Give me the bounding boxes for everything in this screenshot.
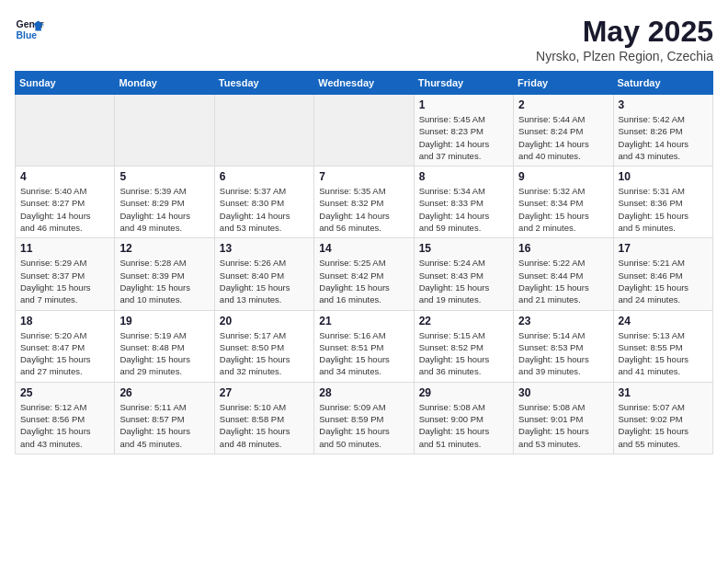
calendar-cell: 13Sunrise: 5:26 AM Sunset: 8:40 PM Dayli… (214, 238, 313, 310)
calendar-cell: 17Sunrise: 5:21 AM Sunset: 8:46 PM Dayli… (613, 238, 712, 310)
calendar-cell: 10Sunrise: 5:31 AM Sunset: 8:36 PM Dayli… (613, 167, 712, 238)
day-info: Sunrise: 5:15 AM Sunset: 8:52 PM Dayligh… (419, 329, 508, 378)
day-info: Sunrise: 5:19 AM Sunset: 8:48 PM Dayligh… (119, 329, 209, 378)
calendar-cell: 11Sunrise: 5:29 AM Sunset: 8:37 PM Dayli… (16, 238, 115, 310)
header: General Blue May 2025 Nyrsko, Plzen Regi… (15, 15, 713, 63)
day-info: Sunrise: 5:08 AM Sunset: 9:00 PM Dayligh… (419, 401, 508, 450)
day-number: 11 (20, 242, 109, 255)
day-info: Sunrise: 5:34 AM Sunset: 8:33 PM Dayligh… (419, 185, 508, 234)
day-number: 5 (119, 170, 209, 183)
day-info: Sunrise: 5:10 AM Sunset: 8:58 PM Dayligh… (220, 401, 309, 450)
calendar-cell: 29Sunrise: 5:08 AM Sunset: 9:00 PM Dayli… (414, 382, 513, 454)
weekday-header-sunday: Sunday (16, 72, 115, 95)
day-info: Sunrise: 5:16 AM Sunset: 8:51 PM Dayligh… (319, 329, 408, 378)
week-row-2: 4Sunrise: 5:40 AM Sunset: 8:27 PM Daylig… (16, 167, 713, 238)
day-info: Sunrise: 5:17 AM Sunset: 8:50 PM Dayligh… (220, 329, 309, 378)
day-number: 26 (119, 386, 209, 399)
day-number: 30 (518, 386, 608, 399)
day-number: 15 (419, 242, 508, 255)
day-info: Sunrise: 5:21 AM Sunset: 8:46 PM Dayligh… (619, 257, 708, 305)
calendar-cell: 15Sunrise: 5:24 AM Sunset: 8:43 PM Dayli… (414, 238, 513, 310)
calendar-cell (115, 95, 214, 167)
day-number: 17 (619, 242, 708, 255)
day-info: Sunrise: 5:26 AM Sunset: 8:40 PM Dayligh… (220, 257, 309, 305)
calendar-cell: 18Sunrise: 5:20 AM Sunset: 8:47 PM Dayli… (16, 310, 115, 382)
title-area: May 2025 Nyrsko, Plzen Region, Czechia (536, 15, 713, 63)
day-number: 13 (220, 242, 309, 255)
day-number: 4 (20, 170, 109, 183)
day-info: Sunrise: 5:35 AM Sunset: 8:32 PM Dayligh… (319, 185, 408, 234)
day-info: Sunrise: 5:24 AM Sunset: 8:43 PM Dayligh… (419, 257, 508, 305)
day-info: Sunrise: 5:25 AM Sunset: 8:42 PM Dayligh… (319, 257, 408, 305)
svg-text:Blue: Blue (17, 30, 38, 40)
day-info: Sunrise: 5:44 AM Sunset: 8:24 PM Dayligh… (518, 113, 608, 162)
day-number: 18 (20, 315, 109, 327)
calendar-cell: 28Sunrise: 5:09 AM Sunset: 8:59 PM Dayli… (314, 382, 414, 454)
weekday-header-friday: Friday (514, 72, 613, 95)
weekday-header-row: SundayMondayTuesdayWednesdayThursdayFrid… (16, 72, 713, 95)
calendar-cell: 21Sunrise: 5:16 AM Sunset: 8:51 PM Dayli… (314, 310, 414, 382)
day-number: 8 (419, 170, 508, 183)
day-info: Sunrise: 5:31 AM Sunset: 8:36 PM Dayligh… (619, 185, 708, 234)
day-number: 19 (119, 315, 209, 327)
calendar-cell (16, 95, 115, 167)
calendar-cell: 20Sunrise: 5:17 AM Sunset: 8:50 PM Dayli… (214, 310, 313, 382)
day-info: Sunrise: 5:42 AM Sunset: 8:26 PM Dayligh… (619, 113, 708, 162)
day-number: 21 (319, 315, 408, 327)
day-number: 20 (220, 315, 309, 327)
calendar-cell: 30Sunrise: 5:08 AM Sunset: 9:01 PM Dayli… (514, 382, 613, 454)
day-info: Sunrise: 5:07 AM Sunset: 9:02 PM Dayligh… (619, 401, 708, 450)
day-info: Sunrise: 5:28 AM Sunset: 8:39 PM Dayligh… (119, 257, 209, 305)
calendar-cell (214, 95, 313, 167)
day-info: Sunrise: 5:29 AM Sunset: 8:37 PM Dayligh… (20, 257, 109, 305)
calendar-cell: 24Sunrise: 5:13 AM Sunset: 8:55 PM Dayli… (613, 310, 712, 382)
calendar-subtitle: Nyrsko, Plzen Region, Czechia (536, 49, 713, 63)
calendar-cell: 6Sunrise: 5:37 AM Sunset: 8:30 PM Daylig… (214, 167, 313, 238)
week-row-5: 25Sunrise: 5:12 AM Sunset: 8:56 PM Dayli… (16, 382, 713, 454)
day-number: 14 (319, 242, 408, 255)
day-info: Sunrise: 5:09 AM Sunset: 8:59 PM Dayligh… (319, 401, 408, 450)
calendar-cell (314, 95, 414, 167)
calendar-cell: 14Sunrise: 5:25 AM Sunset: 8:42 PM Dayli… (314, 238, 414, 310)
day-info: Sunrise: 5:08 AM Sunset: 9:01 PM Dayligh… (518, 401, 608, 450)
calendar-table: SundayMondayTuesdayWednesdayThursdayFrid… (15, 71, 713, 454)
day-number: 2 (518, 98, 608, 111)
calendar-cell: 5Sunrise: 5:39 AM Sunset: 8:29 PM Daylig… (115, 167, 214, 238)
calendar-cell: 25Sunrise: 5:12 AM Sunset: 8:56 PM Dayli… (16, 382, 115, 454)
day-info: Sunrise: 5:37 AM Sunset: 8:30 PM Dayligh… (220, 185, 309, 234)
week-row-3: 11Sunrise: 5:29 AM Sunset: 8:37 PM Dayli… (16, 238, 713, 310)
calendar-cell: 2Sunrise: 5:44 AM Sunset: 8:24 PM Daylig… (514, 95, 613, 167)
week-row-1: 1Sunrise: 5:45 AM Sunset: 8:23 PM Daylig… (16, 95, 713, 167)
weekday-header-wednesday: Wednesday (314, 72, 414, 95)
day-number: 10 (619, 170, 708, 183)
day-number: 16 (518, 242, 608, 255)
weekday-header-tuesday: Tuesday (214, 72, 313, 95)
calendar-cell: 16Sunrise: 5:22 AM Sunset: 8:44 PM Dayli… (514, 238, 613, 310)
calendar-cell: 19Sunrise: 5:19 AM Sunset: 8:48 PM Dayli… (115, 310, 214, 382)
day-number: 27 (220, 386, 309, 399)
calendar-cell: 12Sunrise: 5:28 AM Sunset: 8:39 PM Dayli… (115, 238, 214, 310)
day-number: 1 (419, 98, 508, 111)
day-number: 29 (419, 386, 508, 399)
day-info: Sunrise: 5:14 AM Sunset: 8:53 PM Dayligh… (518, 329, 608, 378)
calendar-cell: 9Sunrise: 5:32 AM Sunset: 8:34 PM Daylig… (514, 167, 613, 238)
day-info: Sunrise: 5:45 AM Sunset: 8:23 PM Dayligh… (419, 113, 508, 162)
day-info: Sunrise: 5:12 AM Sunset: 8:56 PM Dayligh… (20, 401, 109, 450)
day-info: Sunrise: 5:40 AM Sunset: 8:27 PM Dayligh… (20, 185, 109, 234)
day-number: 24 (619, 315, 708, 327)
day-info: Sunrise: 5:13 AM Sunset: 8:55 PM Dayligh… (619, 329, 708, 378)
day-number: 7 (319, 170, 408, 183)
day-number: 28 (319, 386, 408, 399)
calendar-cell: 22Sunrise: 5:15 AM Sunset: 8:52 PM Dayli… (414, 310, 513, 382)
calendar-cell: 7Sunrise: 5:35 AM Sunset: 8:32 PM Daylig… (314, 167, 414, 238)
calendar-cell: 31Sunrise: 5:07 AM Sunset: 9:02 PM Dayli… (613, 382, 712, 454)
calendar-cell: 1Sunrise: 5:45 AM Sunset: 8:23 PM Daylig… (414, 95, 513, 167)
day-number: 25 (20, 386, 109, 399)
calendar-cell: 23Sunrise: 5:14 AM Sunset: 8:53 PM Dayli… (514, 310, 613, 382)
day-info: Sunrise: 5:20 AM Sunset: 8:47 PM Dayligh… (20, 329, 109, 378)
day-number: 9 (518, 170, 608, 183)
calendar-cell: 27Sunrise: 5:10 AM Sunset: 8:58 PM Dayli… (214, 382, 313, 454)
day-info: Sunrise: 5:22 AM Sunset: 8:44 PM Dayligh… (518, 257, 608, 305)
weekday-header-monday: Monday (115, 72, 214, 95)
day-number: 12 (119, 242, 209, 255)
